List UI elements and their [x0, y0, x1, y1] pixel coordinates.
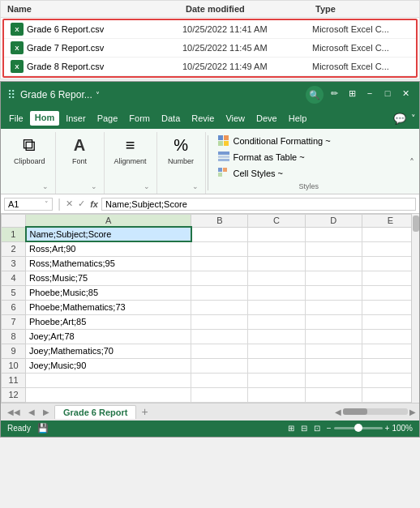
- cell-styles-button[interactable]: Cell Styles ~: [215, 166, 403, 181]
- cell-5-D[interactable]: [305, 285, 362, 300]
- cell-10-B[interactable]: [191, 358, 248, 373]
- vertical-scrollbar[interactable]: [411, 214, 419, 403]
- cell-7-A[interactable]: Phoebe;Art;85: [26, 314, 191, 329]
- maximize-button[interactable]: □: [380, 86, 395, 100]
- col-header-a[interactable]: A: [26, 215, 191, 228]
- list-item[interactable]: X Grade 7 Report.csv 10/25/2022 11:45 AM…: [4, 39, 416, 58]
- cell-2-C[interactable]: [248, 241, 305, 256]
- cell-1-C[interactable]: [248, 227, 305, 241]
- minimize-button[interactable]: −: [362, 86, 377, 100]
- menu-item-form[interactable]: Form: [124, 112, 155, 125]
- cell-12-C[interactable]: [248, 387, 305, 402]
- cell-1-E[interactable]: [362, 227, 418, 241]
- cell-6-A[interactable]: Phoebe;Mathematics;73: [26, 300, 191, 314]
- cell-3-C[interactable]: [248, 256, 305, 271]
- cell-2-A[interactable]: Ross;Art;90: [26, 241, 191, 256]
- menu-item-review[interactable]: Revie: [186, 112, 219, 125]
- cell-7-D[interactable]: [305, 314, 362, 329]
- sheet-nav-next[interactable]: ▶: [40, 408, 53, 416]
- menu-item-developer[interactable]: Deve: [251, 112, 282, 125]
- cell-6-C[interactable]: [248, 300, 305, 314]
- layout-view-icon[interactable]: ⊟: [301, 424, 307, 433]
- cell-1-A[interactable]: Name;Subject;Score: [26, 227, 191, 241]
- cell-5-A[interactable]: Phoebe;Music;85: [26, 285, 191, 300]
- cell-11-A[interactable]: [26, 373, 191, 387]
- menu-item-page[interactable]: Page: [92, 112, 123, 125]
- comment-icon[interactable]: 💬: [393, 113, 406, 125]
- cell-9-B[interactable]: [191, 344, 248, 358]
- cell-9-A[interactable]: Joey;Mathematics;70: [26, 344, 191, 358]
- font-button[interactable]: A Font: [65, 132, 94, 167]
- menu-item-insert[interactable]: Inser: [61, 112, 90, 125]
- cell-10-E[interactable]: [362, 358, 418, 373]
- formula-cross-icon[interactable]: ✕: [66, 199, 73, 209]
- cell-7-B[interactable]: [191, 314, 248, 329]
- cell-8-A[interactable]: Joey;Art;78: [26, 329, 191, 344]
- cell-3-E[interactable]: [362, 256, 418, 271]
- clipboard-button[interactable]: ⧉ Clipboard: [11, 132, 49, 167]
- cell-5-E[interactable]: [362, 285, 418, 300]
- cell-12-E[interactable]: [362, 387, 418, 402]
- cell-6-E[interactable]: [362, 300, 418, 314]
- sheet-tab-active[interactable]: Grade 6 Report: [54, 405, 136, 419]
- list-item[interactable]: X Grade 6 Report.csv 10/25/2022 11:41 AM…: [4, 20, 416, 39]
- formula-check-icon[interactable]: ✓: [78, 199, 85, 209]
- zoom-plus-button[interactable]: +: [385, 424, 390, 433]
- cell-8-E[interactable]: [362, 329, 418, 344]
- list-item[interactable]: X Grade 8 Report.csv 10/25/2022 11:49 AM…: [4, 58, 416, 76]
- col-header-b[interactable]: B: [191, 215, 248, 228]
- cell-12-B[interactable]: [191, 387, 248, 402]
- page-break-icon[interactable]: ⊡: [314, 424, 320, 433]
- cell-6-B[interactable]: [191, 300, 248, 314]
- cell-10-C[interactable]: [248, 358, 305, 373]
- close-button[interactable]: ✕: [398, 86, 413, 100]
- sheet-nav-prev[interactable]: ◀: [25, 408, 38, 416]
- menu-item-file[interactable]: File: [4, 112, 28, 125]
- menu-item-help[interactable]: Help: [284, 112, 312, 125]
- cell-2-D[interactable]: [305, 241, 362, 256]
- edit-icon[interactable]: ✏: [327, 86, 341, 100]
- cell-8-C[interactable]: [248, 329, 305, 344]
- search-icon[interactable]: 🔍: [306, 86, 324, 104]
- cell-9-D[interactable]: [305, 344, 362, 358]
- cell-11-C[interactable]: [248, 373, 305, 387]
- cell-2-B[interactable]: [191, 241, 248, 256]
- format-table-button[interactable]: Format as Table ~: [215, 150, 403, 164]
- menu-item-home[interactable]: Hom: [30, 111, 59, 126]
- cell-5-B[interactable]: [191, 285, 248, 300]
- cell-6-D[interactable]: [305, 300, 362, 314]
- cell-11-E[interactable]: [362, 373, 418, 387]
- cell-10-A[interactable]: Joey;Music;90: [26, 358, 191, 373]
- cell-4-A[interactable]: Ross;Music;75: [26, 271, 191, 285]
- cell-4-C[interactable]: [248, 271, 305, 285]
- cell-12-D[interactable]: [305, 387, 362, 402]
- grid-icon[interactable]: ⊞: [345, 86, 359, 100]
- cell-1-B[interactable]: [191, 227, 248, 241]
- cell-3-D[interactable]: [305, 256, 362, 271]
- ribbon-collapse-btn[interactable]: ˄: [408, 132, 416, 194]
- alignment-button[interactable]: ≡ Alignment: [111, 132, 150, 167]
- conditional-formatting-button[interactable]: Conditional Formatting ~: [215, 134, 403, 148]
- cell-1-D[interactable]: [305, 227, 362, 241]
- menu-item-data[interactable]: Data: [156, 112, 185, 125]
- cell-11-D[interactable]: [305, 373, 362, 387]
- cell-3-B[interactable]: [191, 256, 248, 271]
- add-sheet-button[interactable]: +: [138, 405, 151, 418]
- cell-4-E[interactable]: [362, 271, 418, 285]
- cell-2-E[interactable]: [362, 241, 418, 256]
- fx-icon[interactable]: fx: [90, 199, 98, 209]
- cell-5-C[interactable]: [248, 285, 305, 300]
- cell-10-D[interactable]: [305, 358, 362, 373]
- menu-item-view[interactable]: View: [221, 112, 250, 125]
- col-header-c[interactable]: C: [248, 215, 305, 228]
- cell-3-A[interactable]: Ross;Mathematics;95: [26, 256, 191, 271]
- formula-input[interactable]: [101, 198, 416, 211]
- cell-7-E[interactable]: [362, 314, 418, 329]
- zoom-minus-button[interactable]: −: [327, 424, 332, 433]
- grid-view-icon[interactable]: ⊞: [288, 424, 294, 433]
- cell-4-D[interactable]: [305, 271, 362, 285]
- sheet-nav-left[interactable]: ◀◀: [4, 408, 24, 416]
- cell-8-D[interactable]: [305, 329, 362, 344]
- cell-reference-box[interactable]: A1 ˅: [4, 198, 53, 211]
- col-header-e[interactable]: E: [362, 215, 418, 228]
